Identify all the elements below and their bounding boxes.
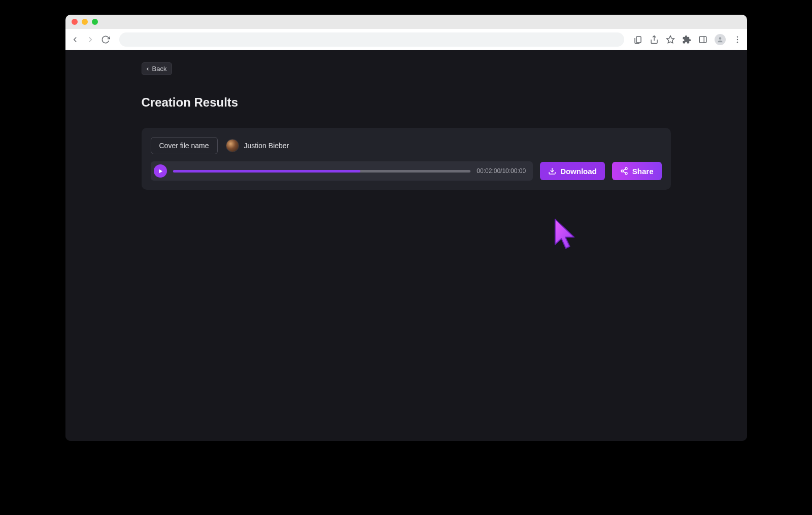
player-row: 00:02:00/10:00:00 Download Share <box>151 161 662 181</box>
chevron-left-icon <box>145 66 150 72</box>
svg-marker-9 <box>159 169 162 173</box>
svg-rect-3 <box>699 37 706 43</box>
kebab-menu-icon[interactable] <box>733 35 742 44</box>
share-up-icon[interactable] <box>650 35 659 44</box>
play-icon <box>158 168 163 174</box>
toolbar-right <box>633 34 742 45</box>
svg-point-8 <box>736 42 737 43</box>
extensions-icon[interactable] <box>682 35 691 44</box>
back-button[interactable]: Back <box>142 62 173 75</box>
svg-point-13 <box>625 173 627 175</box>
svg-line-15 <box>623 169 626 170</box>
svg-point-5 <box>719 37 721 40</box>
svg-line-14 <box>623 171 626 173</box>
svg-point-12 <box>621 170 623 172</box>
window-close-icon[interactable] <box>72 19 78 25</box>
window-maximize-icon[interactable] <box>92 19 98 25</box>
sidepanel-icon[interactable] <box>698 35 707 44</box>
download-button-label: Download <box>560 167 597 176</box>
result-header: Cover file name Justion Bieber <box>151 137 662 154</box>
cursor-illustration-icon <box>553 218 577 254</box>
share-button-label: Share <box>632 167 654 176</box>
browser-reload-icon[interactable] <box>101 35 110 44</box>
svg-marker-2 <box>666 36 674 43</box>
browser-back-icon[interactable] <box>71 35 80 44</box>
download-button[interactable]: Download <box>540 162 605 180</box>
progress-track[interactable] <box>173 170 471 173</box>
time-label: 00:02:00/10:00:00 <box>477 167 526 175</box>
window-minimize-icon[interactable] <box>82 19 88 25</box>
artist-name: Justion Bieber <box>244 142 289 150</box>
svg-point-6 <box>736 36 737 37</box>
svg-rect-0 <box>636 37 641 43</box>
svg-point-7 <box>736 39 737 40</box>
download-icon <box>548 167 556 175</box>
profile-avatar-icon[interactable] <box>715 34 726 45</box>
page-content: Back Creation Results Cover file name Ju… <box>65 50 747 441</box>
back-button-label: Back <box>152 65 167 73</box>
address-bar[interactable] <box>119 32 624 47</box>
bookmark-star-icon[interactable] <box>666 35 675 44</box>
audio-player: 00:02:00/10:00:00 <box>151 161 533 181</box>
play-button[interactable] <box>154 164 167 178</box>
browser-toolbar <box>65 29 747 50</box>
progress-fill <box>173 170 361 173</box>
window-title-bar <box>65 15 747 29</box>
clipboard-icon[interactable] <box>633 35 642 44</box>
artist-info: Justion Bieber <box>226 139 289 152</box>
result-card: Cover file name Justion Bieber 00:02:00/… <box>142 128 671 190</box>
traffic-lights <box>72 19 98 25</box>
share-button[interactable]: Share <box>612 162 662 180</box>
share-icon <box>620 167 628 175</box>
cover-file-name[interactable]: Cover file name <box>151 137 218 154</box>
page-title: Creation Results <box>142 95 671 110</box>
svg-point-11 <box>625 167 627 169</box>
browser-window: Back Creation Results Cover file name Ju… <box>65 15 747 441</box>
artist-avatar <box>226 139 239 152</box>
browser-forward-icon[interactable] <box>86 35 95 44</box>
